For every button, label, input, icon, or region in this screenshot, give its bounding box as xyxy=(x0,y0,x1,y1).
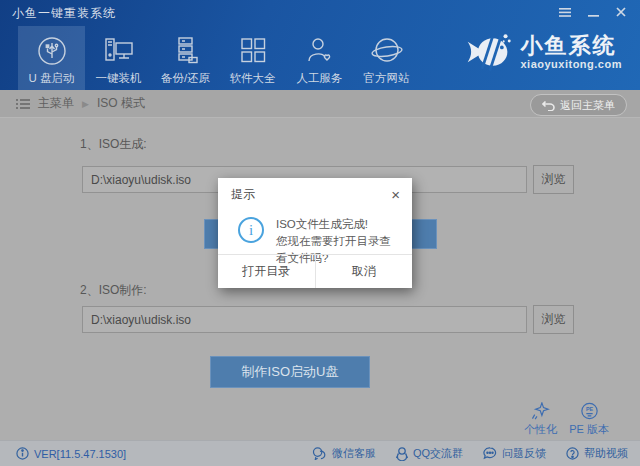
customer-service-icon xyxy=(303,33,337,69)
title-bar: 小鱼一键重装系统 xyxy=(0,0,640,26)
pe-badge-icon: PE xyxy=(580,402,599,420)
nav-item-official-site[interactable]: 官方网站 xyxy=(353,26,420,90)
nav-item-label: 备份/还原 xyxy=(161,71,210,86)
wechat-label: 微信客服 xyxy=(332,446,376,461)
software-grid-icon xyxy=(236,33,270,69)
dialog-cancel-button[interactable]: 取消 xyxy=(316,255,413,288)
pe-version-link[interactable]: PE PE 版本 xyxy=(569,402,609,437)
status-links: 微信客服 QQ交流群 问题反馈 帮助视频 xyxy=(312,446,628,461)
breadcrumb: 主菜单 ▶ ISO 模式 返回主菜单 xyxy=(0,90,640,118)
fish-logo-icon xyxy=(464,32,512,72)
nav-item-software[interactable]: 软件大全 xyxy=(219,26,286,90)
qq-group-label: QQ交流群 xyxy=(413,446,463,461)
qq-group-link[interactable]: QQ交流群 xyxy=(396,446,463,461)
status-bar: VER[11.5.47.1530] 微信客服 QQ交流群 问题反馈 帮助视频 xyxy=(0,440,640,466)
nav-item-usb-boot[interactable]: U 盘启动 xyxy=(18,26,85,90)
make-iso-usb-button[interactable]: 制作ISO启动U盘 xyxy=(210,356,370,388)
feedback-link[interactable]: 问题反馈 xyxy=(483,446,546,461)
info-circle-icon: i xyxy=(238,217,264,243)
nav-item-label: 人工服务 xyxy=(297,71,343,86)
nav-item-label: 软件大全 xyxy=(230,71,276,86)
close-icon[interactable] xyxy=(610,4,632,20)
nav-item-label: 官方网站 xyxy=(364,71,410,86)
version-label: VER[11.5.47.1530] xyxy=(34,448,126,460)
nav-item-label: 一键装机 xyxy=(96,71,142,86)
minimize-icon[interactable] xyxy=(582,4,604,20)
feedback-bubble-icon xyxy=(483,447,497,460)
nav-item-backup-restore[interactable]: 备份/还原 xyxy=(152,26,219,90)
backup-restore-icon xyxy=(169,33,203,69)
version-info: VER[11.5.47.1530] xyxy=(0,447,126,460)
website-globe-icon xyxy=(369,33,405,69)
help-icon xyxy=(566,447,579,460)
quick-links: 个性化 PE PE 版本 xyxy=(524,402,609,437)
help-video-label: 帮助视频 xyxy=(584,446,628,461)
dialog-header: 提示 × xyxy=(218,178,412,205)
dialog-footer: 打开目录 取消 xyxy=(218,254,412,288)
header: 小鱼一键重装系统 U 盘启动 xyxy=(0,0,640,90)
window-title: 小鱼一键重装系统 xyxy=(0,5,116,22)
nav-item-one-key-install[interactable]: 一键装机 xyxy=(85,26,152,90)
breadcrumb-arrow-icon: ▶ xyxy=(82,99,89,109)
logo-domain: xiaoyuxitong.com xyxy=(520,59,622,71)
iso-generate-browse-button[interactable]: 浏览 xyxy=(533,165,574,194)
window-menu-icon[interactable] xyxy=(554,4,576,20)
dialog-message-line1: ISO文件生成完成! xyxy=(276,216,402,233)
magic-star-icon xyxy=(531,402,551,420)
back-to-main-menu-button[interactable]: 返回主菜单 xyxy=(530,94,627,116)
nav-item-customer-service[interactable]: 人工服务 xyxy=(286,26,353,90)
wechat-icon xyxy=(312,447,327,460)
window-controls xyxy=(554,4,632,20)
dialog-close-icon[interactable]: × xyxy=(391,188,400,201)
brand-logo: 小鱼系统 xiaoyuxitong.com xyxy=(464,32,622,72)
personalize-label: 个性化 xyxy=(524,422,557,437)
list-icon xyxy=(16,98,30,110)
personalize-link[interactable]: 个性化 xyxy=(524,402,557,437)
iso-make-browse-button[interactable]: 浏览 xyxy=(533,305,574,334)
wechat-support-link[interactable]: 微信客服 xyxy=(312,446,376,461)
iso-generate-label: 1、ISO生成: xyxy=(80,136,147,153)
usb-icon xyxy=(35,33,69,69)
prompt-dialog: 提示 × i ISO文件生成完成! 您现在需要打开目录查看文件吗? 打开目录 取… xyxy=(218,178,412,288)
breadcrumb-current: ISO 模式 xyxy=(97,95,145,112)
undo-arrow-icon xyxy=(542,100,555,111)
app-window: 小鱼一键重装系统 U 盘启动 xyxy=(0,0,640,466)
computer-icon xyxy=(101,33,137,69)
iso-make-path-input[interactable] xyxy=(82,306,527,333)
dialog-title: 提示 xyxy=(231,186,255,203)
back-button-label: 返回主菜单 xyxy=(560,98,615,113)
pe-version-label: PE 版本 xyxy=(569,422,609,437)
svg-text:PE: PE xyxy=(586,406,594,412)
info-icon xyxy=(16,447,29,460)
help-video-link[interactable]: 帮助视频 xyxy=(566,446,628,461)
open-directory-button[interactable]: 打开目录 xyxy=(218,255,316,288)
iso-make-label: 2、ISO制作: xyxy=(80,282,147,299)
logo-name: 小鱼系统 xyxy=(520,34,622,57)
qq-penguin-icon xyxy=(396,447,408,461)
nav-item-label: U 盘启动 xyxy=(29,71,75,86)
breadcrumb-main-menu[interactable]: 主菜单 xyxy=(38,95,74,112)
feedback-label: 问题反馈 xyxy=(502,446,546,461)
